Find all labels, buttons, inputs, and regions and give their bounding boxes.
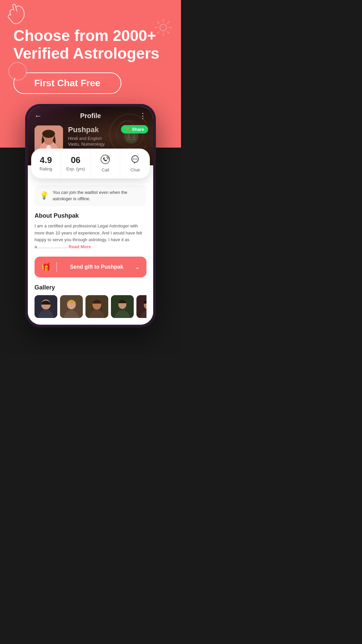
bulb-icon: 💡 [40,191,49,200]
svg-line-6 [167,32,169,34]
hand-decoration [2,1,32,33]
stats-bar-wrapper: 4.9 Rating 06 Exp. (yrs) [31,149,150,178]
phone-outer: ♎ ← Profile ⋮ [25,104,156,327]
gift-label: Send gift to Pushpak [62,264,132,270]
call-icon [101,155,110,165]
rating-value: 4.9 [40,156,52,164]
rating-stat: 4.9 Rating [31,149,61,178]
svg-line-5 [157,21,159,23]
first-chat-free-button[interactable]: First Chat Free [13,72,121,94]
phone-screen: ♎ ← Profile ⋮ [28,107,153,325]
phone-mockup: ♎ ← Profile ⋮ [0,104,181,327]
waitlist-text: You can join the waitlist even when the … [53,189,141,202]
chat-label: Chat [130,167,139,172]
svg-point-0 [160,24,167,31]
gallery-title: Gallery [35,284,146,291]
gift-icon: 🎁 [41,262,51,272]
gallery-item[interactable] [60,295,83,318]
svg-point-20 [136,158,137,159]
stats-bar: 4.9 Rating 06 Exp. (yrs) [31,149,150,178]
svg-line-8 [157,32,159,34]
about-text: I am a certified and professional Legal … [35,223,146,251]
call-label: Call [102,167,109,172]
gift-button[interactable]: 🎁 Send gift to Pushpak ⌄ [35,257,146,277]
share-button[interactable]: 💚 Share [121,125,148,133]
chat-stat[interactable]: Chat [120,149,150,178]
gallery-grid [35,295,146,318]
experience-value: 06 [71,156,80,164]
about-title: About Pushpak [35,212,146,219]
rating-label: Rating [40,166,52,171]
gallery-item[interactable] [111,295,134,318]
svg-line-7 [167,21,169,23]
whatsapp-icon: 💚 [125,127,130,132]
headline: Choose from 2000+ Verified Astrologers [13,27,168,62]
svg-point-18 [133,158,134,159]
svg-point-15 [42,130,55,138]
bottom-area [0,327,181,354]
chevron-down-icon: ⌄ [135,263,140,271]
gallery-item[interactable] [35,295,57,318]
sun-decoration [154,18,173,37]
phone-content: 💡 You can join the waitlist even when th… [28,178,153,325]
svg-point-16 [101,155,110,164]
experience-label: Exp. (yrs) [66,166,85,171]
waitlist-banner: 💡 You can join the waitlist even when th… [35,185,146,206]
crescent-decoration [8,62,27,80]
call-stat[interactable]: Call [91,149,121,178]
chat-icon [130,155,140,165]
gift-divider [56,262,57,272]
gallery-item[interactable] [85,295,108,318]
read-more-link[interactable]: Read More [69,244,91,249]
svg-point-19 [135,158,136,159]
experience-stat: 06 Exp. (yrs) [61,149,91,178]
gallery-item[interactable] [136,295,146,318]
